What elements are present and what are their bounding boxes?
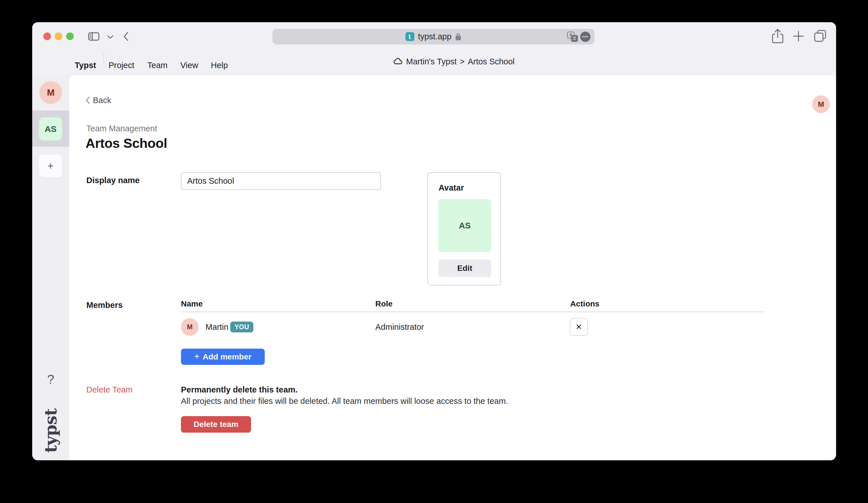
traffic-lights xyxy=(43,32,74,40)
chevron-down-icon[interactable] xyxy=(107,35,114,39)
back-button[interactable]: Back xyxy=(85,95,111,105)
add-member-button[interactable]: + Add member xyxy=(181,349,265,365)
menu-team[interactable]: Team xyxy=(147,60,167,70)
url-text: typst.app xyxy=(418,32,452,41)
team-avatar: AS xyxy=(438,199,491,252)
menu-typst[interactable]: Typst xyxy=(75,60,96,70)
delete-team-button[interactable]: Delete team xyxy=(181,416,251,433)
page-title: Artos School xyxy=(85,135,167,151)
member-avatar: M xyxy=(181,318,199,336)
table-header-divider xyxy=(181,312,764,312)
edit-avatar-button[interactable]: Edit xyxy=(438,260,491,277)
sidebar-toggle-icon[interactable] xyxy=(88,32,100,41)
avatar-card: Avatar AS Edit xyxy=(427,172,501,285)
workspace-sidebar: M AS + ? typst xyxy=(32,75,69,460)
address-bar-actions: A 文 ••• xyxy=(567,29,590,44)
column-header-name: Name xyxy=(181,299,203,308)
column-header-actions: Actions xyxy=(570,299,600,308)
back-navigation-icon[interactable] xyxy=(123,32,129,41)
avatar-card-label: Avatar xyxy=(438,183,464,192)
sidebar-item-personal-workspace[interactable]: M xyxy=(39,81,62,104)
new-tab-icon[interactable] xyxy=(793,30,805,42)
back-label: Back xyxy=(93,95,111,105)
delete-team-label: Delete Team xyxy=(86,385,133,395)
zoom-window-button[interactable] xyxy=(66,32,74,40)
user-avatar[interactable]: M xyxy=(812,95,830,113)
chevron-left-icon xyxy=(85,96,90,104)
minimize-window-button[interactable] xyxy=(55,32,62,40)
column-header-role: Role xyxy=(375,299,393,308)
menu-help[interactable]: Help xyxy=(211,60,228,70)
address-bar[interactable]: t typst.app A 文 ••• xyxy=(272,29,595,44)
site-favicon: t xyxy=(405,32,414,41)
you-badge: YOU xyxy=(230,322,253,332)
team-management-page: Back M Team Management Artos School Disp… xyxy=(69,75,836,460)
cloud-icon xyxy=(393,58,403,65)
browser-window: t typst.app A 文 ••• xyxy=(32,22,836,460)
remove-member-button[interactable]: ✕ xyxy=(570,318,588,336)
breadcrumb: Martin's Typst > Artos School xyxy=(393,57,515,66)
add-workspace-button[interactable]: + xyxy=(39,154,62,177)
member-role: Administrator xyxy=(375,318,424,336)
breadcrumb-current: Artos School xyxy=(468,57,514,66)
share-icon[interactable] xyxy=(772,29,784,44)
menu-project[interactable]: Project xyxy=(108,60,134,70)
browser-chrome: t typst.app A 文 ••• xyxy=(32,22,836,75)
display-name-label: Display name xyxy=(86,176,140,185)
toolbar-divider xyxy=(103,52,104,65)
lock-icon xyxy=(455,33,461,41)
menu-view[interactable]: View xyxy=(180,60,198,70)
breadcrumb-root[interactable]: Martin's Typst xyxy=(406,57,456,66)
translate-icon[interactable]: A 文 xyxy=(567,32,578,42)
tab-overview-icon[interactable] xyxy=(814,30,827,43)
delete-team-heading: Permanently delete this team. xyxy=(181,385,298,395)
member-name: Martin xyxy=(205,318,229,336)
sidebar-item-team-workspace[interactable]: AS xyxy=(39,117,62,140)
app-body: M AS + ? typst Back M Team Management Ar… xyxy=(32,75,836,460)
typst-logo: typst xyxy=(41,408,60,453)
help-icon[interactable]: ? xyxy=(32,372,69,387)
members-label: Members xyxy=(86,301,123,310)
page-options-icon[interactable]: ••• xyxy=(580,32,590,42)
display-name-input[interactable] xyxy=(181,172,381,190)
plus-icon: + xyxy=(194,351,200,362)
delete-team-description: All projects and their files will be del… xyxy=(181,397,508,406)
add-member-label: Add member xyxy=(203,352,251,361)
breadcrumb-separator: > xyxy=(459,57,465,66)
section-label: Team Management xyxy=(86,124,157,133)
close-window-button[interactable] xyxy=(43,32,51,40)
